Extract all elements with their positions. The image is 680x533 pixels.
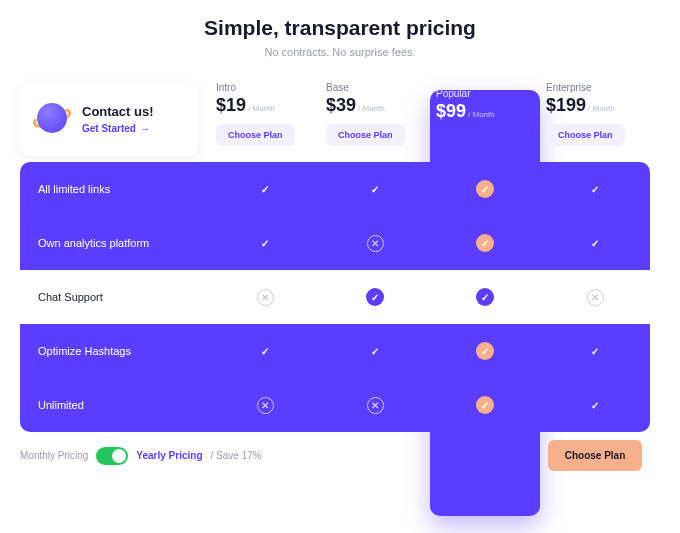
pricing-toggle-group: Monthly Pricing Yearly Pricing / Save 17… <box>20 447 430 465</box>
choose-plan-button-base[interactable]: Choose Plan <box>326 124 405 146</box>
cross-icon: ✕ <box>367 235 384 252</box>
plan-head-base: Base $39/ Month Choose Plan <box>320 82 430 156</box>
plan-price: $99 <box>436 101 466 122</box>
check-icon: ✓ <box>256 342 274 360</box>
feature-row: Chat Support✕✓✓✕ <box>20 270 650 324</box>
pricing-grid: Contact us! Get Started → Intro $19/ Mon… <box>20 82 660 432</box>
feature-cell: ✕ <box>210 397 320 414</box>
check-icon: ✓ <box>476 180 494 198</box>
feature-cell: ✓ <box>320 342 430 360</box>
cross-icon: ✕ <box>367 397 384 414</box>
feature-cell: ✓ <box>540 396 650 414</box>
check-icon: ✓ <box>256 180 274 198</box>
check-icon: ✓ <box>586 342 604 360</box>
check-icon: ✓ <box>476 342 494 360</box>
monthly-pricing-label: Monthly Pricing <box>20 450 88 461</box>
feature-cell: ✕ <box>210 289 320 306</box>
check-icon: ✓ <box>256 234 274 252</box>
plan-head-intro: Intro $19/ Month Choose Plan <box>210 82 320 156</box>
feature-cell: ✓ <box>430 234 540 252</box>
check-icon: ✓ <box>366 288 384 306</box>
feature-cell: ✓ <box>430 288 540 306</box>
feature-cell: ✕ <box>540 289 650 306</box>
plan-name: Enterprise <box>546 82 644 93</box>
billing-toggle[interactable] <box>96 447 128 465</box>
feature-label: All limited links <box>20 183 210 195</box>
yearly-pricing-label: Yearly Pricing <box>136 450 202 461</box>
cross-icon: ✕ <box>587 289 604 306</box>
feature-row: Optimize Hashtags✓✓✓✓ <box>20 324 650 378</box>
check-icon: ✓ <box>366 180 384 198</box>
contact-card: Contact us! Get Started → <box>20 82 198 156</box>
choose-plan-button-intro[interactable]: Choose Plan <box>216 124 295 146</box>
save-pct-label: / Save 17% <box>211 450 262 461</box>
cross-icon: ✕ <box>257 397 274 414</box>
feature-cell: ✓ <box>210 342 320 360</box>
feature-cell: ✓ <box>540 180 650 198</box>
plan-name: Popular <box>436 88 534 99</box>
cross-icon: ✕ <box>257 289 274 306</box>
contact-title: Contact us! <box>82 104 154 119</box>
feature-cell: ✕ <box>320 397 430 414</box>
arrow-right-icon: → <box>140 123 150 134</box>
check-icon: ✓ <box>366 342 384 360</box>
feature-cell: ✓ <box>430 342 540 360</box>
feature-cell: ✓ <box>320 288 430 306</box>
feature-cell: ✓ <box>320 180 430 198</box>
feature-label: Unlimited <box>20 399 210 411</box>
plan-name: Base <box>326 82 424 93</box>
get-started-link[interactable]: Get Started → <box>82 123 150 134</box>
feature-label: Chat Support <box>20 291 210 303</box>
feature-cell: ✓ <box>430 180 540 198</box>
feature-cell: ✓ <box>540 342 650 360</box>
feature-table: All limited links✓✓✓✓Own analytics platf… <box>20 162 650 432</box>
plan-name: Intro <box>216 82 314 93</box>
check-icon: ✓ <box>586 180 604 198</box>
choose-plan-button-popular[interactable]: Choose Plan <box>548 440 642 471</box>
feature-cell: ✓ <box>210 234 320 252</box>
plan-price: $19 <box>216 95 246 116</box>
get-started-label: Get Started <box>82 123 136 134</box>
choose-plan-button-enterprise[interactable]: Choose Plan <box>546 124 625 146</box>
feature-row: Unlimited✕✕✓✓ <box>20 378 650 432</box>
feature-row: Own analytics platform✓✕✓✓ <box>20 216 650 270</box>
plan-price: $199 <box>546 95 586 116</box>
check-icon: ✓ <box>476 288 494 306</box>
plan-head-enterprise: Enterprise $199/ Month Choose Plan <box>540 82 650 156</box>
page-subtitle: No contracts. No surprise fees. <box>20 46 660 58</box>
plan-price: $39 <box>326 95 356 116</box>
feature-row: All limited links✓✓✓✓ <box>20 162 650 216</box>
feature-label: Optimize Hashtags <box>20 345 210 357</box>
feature-cell: ✓ <box>540 234 650 252</box>
plan-period: / Month <box>358 104 385 113</box>
check-icon: ✓ <box>586 396 604 414</box>
plan-period: / Month <box>468 110 495 119</box>
feature-cell: ✕ <box>320 235 430 252</box>
plan-head-popular: Popular $99/ Month <box>430 82 540 156</box>
feature-label: Own analytics platform <box>20 237 210 249</box>
feature-cell: ✓ <box>210 180 320 198</box>
check-icon: ✓ <box>476 234 494 252</box>
planet-icon <box>32 99 72 139</box>
check-icon: ✓ <box>476 396 494 414</box>
plan-period: / Month <box>248 104 275 113</box>
plan-period: / Month <box>588 104 615 113</box>
page-title: Simple, transparent pricing <box>20 16 660 40</box>
check-icon: ✓ <box>586 234 604 252</box>
feature-cell: ✓ <box>430 396 540 414</box>
